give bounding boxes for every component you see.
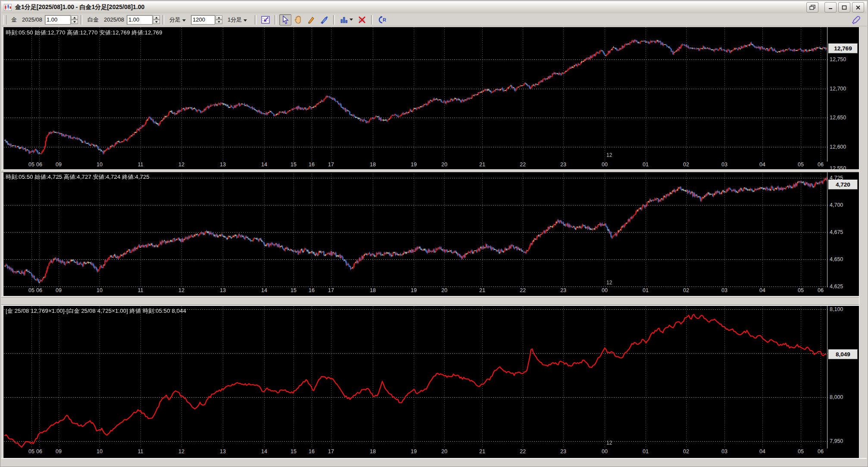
time-axis-label: 09 xyxy=(52,287,65,293)
gold-last-price-badge: 12,769 xyxy=(828,44,858,53)
pan-tool-button[interactable] xyxy=(292,14,304,25)
time-axis-label: 23 xyxy=(557,162,570,168)
spin-down-icon xyxy=(155,21,158,23)
timeframe-dropdown[interactable]: 1分足 xyxy=(228,16,250,24)
toolbar-separator xyxy=(81,15,82,25)
window-layers-button[interactable] xyxy=(806,2,818,12)
title-bar[interactable]: 金1分足[2025/08]1.00 - 白金1分足[2025/08]1.00 xyxy=(1,1,867,13)
minimize-button[interactable] xyxy=(824,2,837,12)
time-axis-label: 15 xyxy=(287,162,300,168)
time-axis-label: 16 xyxy=(305,448,318,455)
time-axis-label: 00 xyxy=(598,448,611,455)
time-axis-label: 12 xyxy=(175,162,188,168)
svg-text:R: R xyxy=(383,17,386,22)
bar-count-input[interactable] xyxy=(191,15,215,25)
platinum-scale-stepper[interactable] xyxy=(153,16,160,24)
settings-wrench-button[interactable] xyxy=(850,14,862,25)
interval-dropdown[interactable]: 分足 xyxy=(169,16,188,24)
delete-chart-button[interactable] xyxy=(356,14,368,25)
time-axis-label: 21 xyxy=(476,448,489,455)
time-axis-label: 23 xyxy=(557,287,570,293)
time-axis-label: 20 xyxy=(438,287,451,293)
bar-chart-icon xyxy=(340,16,349,24)
time-axis-label: 20 xyxy=(438,448,451,455)
gold-scale-input[interactable] xyxy=(45,15,71,25)
time-axis-label: 00 xyxy=(598,287,611,293)
time-axis-label: 09 xyxy=(52,162,65,168)
time-axis-label: 04 xyxy=(756,162,769,168)
platinum-contract-month: 2025/08 xyxy=(104,16,124,23)
chart-type-button[interactable] xyxy=(338,14,355,25)
time-axis-label: 03 xyxy=(718,162,731,168)
pen-icon xyxy=(320,16,328,24)
time-axis-label: 12 xyxy=(175,287,188,293)
spread-formula-readout: [金 25/08 12,769×1.00]-[白金 25/08 4,725×1.… xyxy=(6,307,186,315)
time-axis-label: 10 xyxy=(93,448,106,455)
time-axis-label: 06 xyxy=(33,162,46,168)
pencil-icon xyxy=(307,16,315,24)
gold-contract-month: 2025/08 xyxy=(22,16,42,23)
maximize-button[interactable] xyxy=(838,2,850,12)
platinum-scale-input[interactable] xyxy=(127,15,153,25)
platinum-ohlc-readout: 時刻:05:50 始値:4,725 高値:4,727 安値:4,724 終値:4… xyxy=(6,173,150,181)
time-axis-label: 06 xyxy=(814,287,827,293)
time-axis-label: 11 xyxy=(134,287,147,293)
spin-up-icon xyxy=(73,17,76,19)
time-axis-label: 22 xyxy=(516,448,529,455)
time-axis-label: 15 xyxy=(287,448,300,455)
time-axis-label: 06 xyxy=(33,448,46,455)
platinum-candle-chart[interactable] xyxy=(4,171,828,287)
spin-down-icon xyxy=(218,21,220,23)
close-button[interactable] xyxy=(852,2,864,12)
time-axis-label: 03 xyxy=(718,448,731,455)
y-axis-label: 12,700 xyxy=(830,86,856,92)
toolbar: 金 2025/08 白金 2025/08 分足 1分足 xyxy=(1,13,867,26)
time-axis-label: 13 xyxy=(216,448,229,455)
spread-line-chart[interactable] xyxy=(4,304,828,448)
y-axis-label: 4,625 xyxy=(830,283,856,290)
time-axis-label: 11 xyxy=(134,162,147,168)
time-axis-label: 18 xyxy=(366,287,379,293)
time-axis-label: 02 xyxy=(680,162,693,168)
time-axis-label: 17 xyxy=(325,448,337,455)
time-axis-label: 14 xyxy=(258,287,271,293)
gold-scale-stepper[interactable] xyxy=(71,16,78,24)
timeframe-dropdown-label: 1分足 xyxy=(228,16,242,23)
delete-chart-icon xyxy=(358,16,366,24)
toolbar-separator xyxy=(333,15,335,25)
time-axis-label: 06 xyxy=(814,162,827,168)
y-axis-label: 4,650 xyxy=(830,256,856,262)
bar-count-stepper[interactable] xyxy=(215,16,222,24)
refresh-icon: R xyxy=(377,16,387,24)
cursor-icon xyxy=(281,16,289,24)
refresh-button[interactable]: R xyxy=(376,14,388,25)
toolbar-grip[interactable] xyxy=(3,15,6,25)
app-window: 金1分足[2025/08]1.00 - 白金1分足[2025/08]1.00 xyxy=(0,0,868,467)
maximize-icon xyxy=(842,5,847,10)
chart-grid-settings-button[interactable] xyxy=(259,14,272,25)
cursor-tool-button[interactable] xyxy=(279,14,291,25)
time-axis-label: 21 xyxy=(476,162,489,168)
spread-last-price-badge: 8,049 xyxy=(828,349,858,359)
time-axis-label: 19 xyxy=(407,162,420,168)
gold-candle-chart[interactable] xyxy=(4,27,828,162)
y-axis-label: 8,000 xyxy=(830,394,856,400)
annotate-pen-button[interactable] xyxy=(318,14,330,25)
draw-line-button[interactable] xyxy=(305,14,317,25)
y-axis-label: 12,600 xyxy=(830,144,856,150)
platinum-last-price-badge: 4,720 xyxy=(828,180,858,190)
time-axis-label: 16 xyxy=(305,162,318,168)
time-axis-label: 09 xyxy=(52,448,65,455)
panel-splitter[interactable] xyxy=(1,169,867,172)
time-axis-label: 22 xyxy=(516,287,529,293)
time-axis-row: 0506091011121314151617181920212223000102… xyxy=(4,448,828,456)
date-change-label: 12 xyxy=(606,152,612,158)
panel-splitter[interactable] xyxy=(1,296,867,306)
chart-left-border xyxy=(3,27,3,458)
spin-up-icon xyxy=(218,17,220,19)
time-axis-label: 12 xyxy=(175,448,188,455)
time-axis-label: 01 xyxy=(639,287,652,293)
time-axis-label: 14 xyxy=(258,162,271,168)
y-axis-label: 8,100 xyxy=(830,306,856,312)
time-axis-label: 17 xyxy=(325,162,337,168)
